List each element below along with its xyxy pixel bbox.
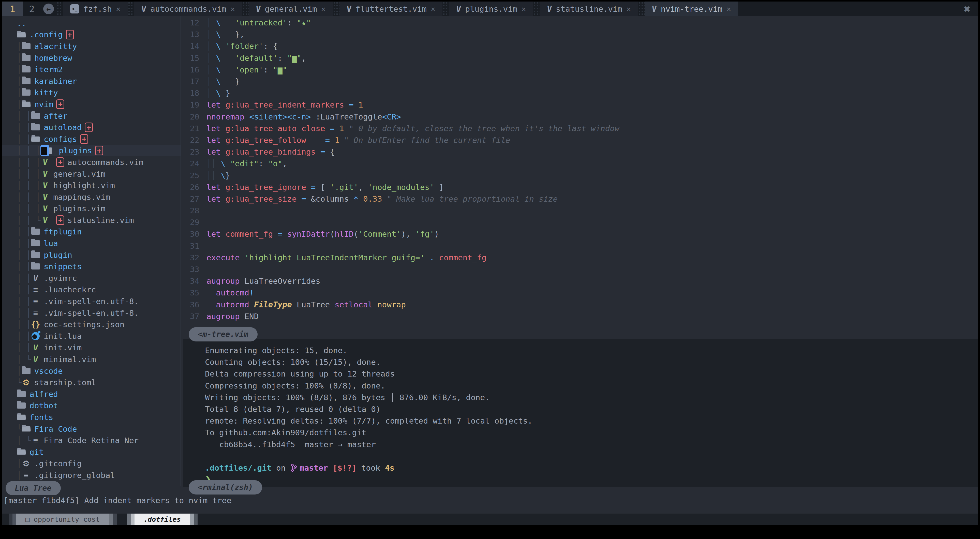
tree-item-.vim-spell-en.utf-8.[interactable]: │ │ ≡.vim-spell-en.utf-8.	[2, 296, 181, 307]
tab-plugins.vim[interactable]: Vplugins.vim×	[449, 2, 533, 16]
tree-item-.luacheckrc[interactable]: │ │ ≡.luacheckrc	[2, 284, 181, 296]
tree-item-snippets[interactable]: │ │ snippets	[2, 261, 181, 272]
tree-item-alacritty[interactable]: │ alacritty	[2, 40, 181, 52]
tree-item-.gitignore-global[interactable]: │ ≡.gitignore_global	[2, 469, 181, 481]
tree-item-ftplugin[interactable]: │ │ ftplugin	[2, 226, 181, 238]
tree-item-general.vim[interactable]: │ │ │ Vgeneral.vim	[2, 168, 181, 180]
tree-item-statusline.vim[interactable]: │ │ └ V+statusline.vim	[2, 214, 181, 226]
tree-item-after[interactable]: │ │ after	[2, 110, 181, 122]
tree-item-vscode[interactable]: │ vscode	[2, 365, 181, 377]
tree-item-..[interactable]: ..	[2, 17, 181, 29]
statusline-lua-tree: Lua Tree	[6, 481, 61, 495]
line-number: 12	[183, 18, 207, 27]
tab-general.vim[interactable]: Vgeneral.vim×	[249, 2, 333, 16]
tree-item-starship.toml[interactable]: └ ⚙starship.toml	[2, 377, 181, 388]
tab-close-icon[interactable]: ×	[116, 5, 121, 13]
tree-item-dotbot[interactable]: dotbot	[2, 400, 181, 412]
folder-open-icon	[17, 414, 26, 420]
tab-fzf.sh[interactable]: >_fzf.sh×	[63, 2, 128, 16]
git-unstaged-badge: +	[56, 215, 64, 225]
tree-cursor-icon	[40, 145, 55, 156]
editor-buffer[interactable]: 12│ \ 'untracked': "★"13│ \ },14│ \ 'fol…	[183, 16, 978, 339]
indent-guide: └	[17, 425, 22, 434]
file-tree-panel: ...config+│ alacritty│ homebrew│ iterm2│…	[2, 16, 181, 486]
tree-item-coc-settings.json[interactable]: │ │ {}coc-settings.json	[2, 319, 181, 330]
tree-item-label: lua	[44, 239, 58, 248]
tree-item-fonts[interactable]: fonts	[2, 411, 181, 423]
tree-item-label: init.lua	[44, 332, 82, 341]
close-all-icon[interactable]: ✖	[964, 3, 978, 15]
terminal-line: Delta compression using up to 12 threads	[205, 368, 978, 380]
tree-item-kitty[interactable]: │ kitty	[2, 87, 181, 99]
code-line-16: 16│ \ 'open': "▆"	[183, 64, 978, 76]
tab-close-icon[interactable]: ×	[522, 5, 526, 13]
tree-item-alfred[interactable]: alfred	[2, 388, 181, 400]
tab-label: plugins.vim	[465, 4, 517, 13]
tree-item-autoload[interactable]: │ │ autoload+	[2, 121, 181, 133]
tab-statusline.vim[interactable]: Vstatusline.vim×	[540, 2, 638, 16]
tree-item-configs[interactable]: │ │ configs+	[2, 133, 181, 145]
tree-item-iterm2[interactable]: │ iterm2	[2, 64, 181, 75]
back-arrow-icon[interactable]: ←	[43, 3, 54, 14]
tree-item-nvim[interactable]: │ nvim+	[2, 99, 181, 110]
tree-item-Fira-Code-Retina-Ner[interactable]: │ └ ≡Fira Code Retina Ner	[2, 434, 181, 446]
tmux-window-number-1[interactable]: 1	[2, 2, 23, 16]
window-separator[interactable]	[181, 16, 181, 486]
tmux-window-.dotfiles[interactable]: .dotfiles	[127, 514, 197, 525]
tree-item-karabiner[interactable]: │ karabiner	[2, 75, 181, 87]
tree-item-label: plugins.vim	[53, 204, 105, 213]
tree-item-plugins[interactable]: │ │ │ plugins+	[2, 145, 181, 157]
tab-autocommands.vim[interactable]: Vautocommands.vim×	[134, 2, 242, 16]
tree-item-highlight.vim[interactable]: │ │ │ Vhighlight.vim	[2, 180, 181, 191]
terminal-line: ❯	[205, 474, 978, 485]
tab-separator	[242, 2, 249, 16]
tab-close-icon[interactable]: ×	[727, 5, 731, 13]
tree-item-autocommands.vim[interactable]: │ │ │ V+autocommands.vim	[2, 156, 181, 168]
folder-icon	[22, 43, 31, 49]
terminal-line	[205, 450, 978, 462]
tab-close-icon[interactable]: ×	[626, 5, 631, 13]
tree-item-label: alfred	[30, 390, 58, 399]
tree-item-plugins.vim[interactable]: │ │ │ Vplugins.vim	[2, 203, 181, 215]
tab-close-icon[interactable]: ×	[431, 5, 435, 13]
tree-item-.gvimrc[interactable]: │ │ V.gvimrc	[2, 272, 181, 284]
tmux-window-opportunity_cost[interactable]: □ opportunity_cost	[9, 514, 117, 525]
code-line-23: 23let g:lua_tree_bindings = {	[183, 146, 978, 157]
vim-file-icon: V	[31, 355, 40, 364]
vim-icon: V	[546, 4, 552, 14]
text-file-icon: ≡	[31, 436, 40, 445]
tree-item-plugin[interactable]: │ │ plugin	[2, 249, 181, 261]
indent-guide: │ │ │	[17, 192, 40, 202]
tree-item-.config[interactable]: .config+	[2, 29, 181, 41]
line-number: 32	[183, 253, 207, 262]
line-number: 35	[183, 288, 207, 297]
tree-item-init.lua[interactable]: │ │ init.lua	[2, 330, 181, 342]
folder-open-icon	[22, 102, 31, 107]
tab-fluttertest.vim[interactable]: Vfluttertest.vim×	[339, 2, 442, 16]
code-line-35: 35 autocmd!	[183, 287, 978, 299]
tree-item-label: dotbot	[30, 401, 58, 410]
terminal-line: Enumerating objects: 15, done.	[205, 345, 978, 356]
tmux-window-label: .dotfiles	[135, 514, 190, 525]
tab-close-icon[interactable]: ×	[321, 5, 326, 13]
tab-close-icon[interactable]: ×	[231, 5, 235, 13]
indent-guide: │ │ └	[17, 216, 40, 225]
terminal-split[interactable]: Enumerating objects: 15, done.Counting o…	[183, 339, 978, 487]
code-text: autocmd!	[207, 288, 254, 297]
tab-nvim-tree.vim[interactable]: Vnvim-tree.vim×	[644, 2, 738, 16]
line-number: 28	[183, 206, 207, 215]
tree-item-lua[interactable]: │ │ lua	[2, 237, 181, 249]
tmux-window-number-2[interactable]: 2	[23, 2, 41, 16]
tree-item-mappings.vim[interactable]: │ │ │ Vmappings.vim	[2, 191, 181, 203]
tree-item-.vim-spell-en.utf-8.[interactable]: │ │ ≡.vim-spell-en.utf-8.	[2, 307, 181, 319]
text-file-icon: ≡	[31, 308, 40, 318]
terminal-icon: >_	[70, 4, 80, 13]
tree-item-minimal.vim[interactable]: │ └ Vminimal.vim	[2, 353, 181, 365]
tree-item-.gitconfig[interactable]: │ ⚙.gitconfig	[2, 458, 181, 470]
tree-item-git[interactable]: git	[2, 446, 181, 458]
tree-item-homebrew[interactable]: │ homebrew	[2, 52, 181, 64]
indent-guide: │ │	[17, 111, 31, 121]
tree-item-Fira-Code[interactable]: └ Fira Code	[2, 423, 181, 435]
tree-item-init.vim[interactable]: │ │ Vinit.vim	[2, 342, 181, 354]
tree-item-label: init.vim	[44, 343, 82, 352]
